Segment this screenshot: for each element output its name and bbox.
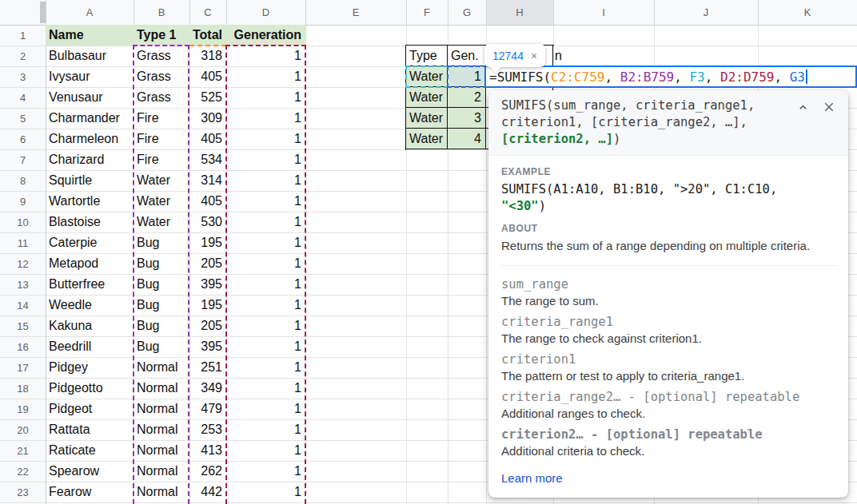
cell-A17[interactable]: Pidgey xyxy=(46,357,134,378)
cell-A5[interactable]: Charmander xyxy=(46,108,134,129)
cell-B4[interactable]: Grass xyxy=(134,87,189,108)
cell-D22[interactable]: 1 xyxy=(226,461,305,482)
cell-G3[interactable]: 1 xyxy=(448,66,486,87)
column-header-C[interactable]: C xyxy=(189,0,226,25)
cell-C4[interactable]: 525 xyxy=(189,87,226,108)
cell-D1[interactable]: Generation xyxy=(226,25,305,46)
row-header-22[interactable]: 22 xyxy=(0,461,46,482)
cell-D9[interactable]: 1 xyxy=(226,191,305,212)
select-all-corner[interactable] xyxy=(0,0,46,25)
cell-A10[interactable]: Blastoise xyxy=(46,212,134,232)
row-header-15[interactable]: 15 xyxy=(0,315,46,336)
cell-G6[interactable]: 4 xyxy=(448,129,486,149)
cell-D10[interactable]: 1 xyxy=(226,212,305,232)
cell-F4[interactable]: Water xyxy=(406,87,448,108)
cell-D4[interactable]: 1 xyxy=(226,87,305,108)
cell-B19[interactable]: Normal xyxy=(134,399,189,419)
cell-B18[interactable]: Normal xyxy=(134,378,189,399)
learn-more-link[interactable]: Learn more xyxy=(501,471,563,485)
cell-A9[interactable]: Wartortle xyxy=(46,191,134,212)
column-header-J[interactable]: J xyxy=(654,0,758,25)
cell-B3[interactable]: Grass xyxy=(134,66,189,87)
cell-D15[interactable]: 1 xyxy=(226,315,305,336)
column-header-I[interactable]: I xyxy=(553,0,654,25)
cell-C16[interactable]: 395 xyxy=(189,336,226,357)
cell-A4[interactable]: Venusaur xyxy=(46,87,134,108)
tooltip-close-icon[interactable]: × xyxy=(531,50,537,62)
row-header-14[interactable]: 14 xyxy=(0,295,46,315)
cell-C22[interactable]: 262 xyxy=(189,461,226,482)
column-header-H[interactable]: H xyxy=(486,0,553,25)
cell-C14[interactable]: 195 xyxy=(189,295,226,315)
column-header-K[interactable]: K xyxy=(758,0,857,25)
row-header-10[interactable]: 10 xyxy=(0,212,46,232)
row-header-23[interactable]: 23 xyxy=(0,482,46,502)
cell-D20[interactable]: 1 xyxy=(226,419,305,440)
cell-C9[interactable]: 405 xyxy=(189,191,226,212)
cell-A20[interactable]: Rattata xyxy=(46,419,134,440)
cell-A18[interactable]: Pidgeotto xyxy=(46,378,134,399)
formula-editor-cell-H3[interactable]: =SUMIFS(C2:C759, B2:B759, F3, D2:D759, G… xyxy=(484,65,857,88)
cell-A21[interactable]: Raticate xyxy=(46,440,134,461)
cell-C1[interactable]: Total xyxy=(189,25,226,46)
row-header-13[interactable]: 13 xyxy=(0,274,46,295)
cell-D3[interactable]: 1 xyxy=(226,66,305,87)
cell-D8[interactable]: 1 xyxy=(226,170,305,191)
row-header-6[interactable]: 6 xyxy=(0,129,46,149)
cell-F3[interactable]: Water xyxy=(406,66,448,87)
cell-C21[interactable]: 413 xyxy=(189,440,226,461)
cell-C18[interactable]: 349 xyxy=(189,378,226,399)
cell-B10[interactable]: Water xyxy=(134,212,189,232)
row-header-11[interactable]: 11 xyxy=(0,232,46,253)
row-header-21[interactable]: 21 xyxy=(0,440,46,461)
cell-C11[interactable]: 195 xyxy=(189,232,226,253)
cell-D5[interactable]: 1 xyxy=(226,108,305,129)
row-header-9[interactable]: 9 xyxy=(0,191,46,212)
row-header-16[interactable]: 16 xyxy=(0,336,46,357)
cell-D12[interactable]: 1 xyxy=(226,253,305,274)
cell-C7[interactable]: 534 xyxy=(189,149,226,170)
cell-C19[interactable]: 479 xyxy=(189,399,226,419)
cell-A7[interactable]: Charizard xyxy=(46,149,134,170)
cell-A22[interactable]: Spearow xyxy=(46,461,134,482)
cell-C12[interactable]: 205 xyxy=(189,253,226,274)
cell-G5[interactable]: 3 xyxy=(448,108,486,129)
cell-A3[interactable]: Ivysaur xyxy=(46,66,134,87)
cell-D17[interactable]: 1 xyxy=(226,357,305,378)
cell-B2[interactable]: Grass xyxy=(134,46,189,66)
column-header-G[interactable]: G xyxy=(448,0,486,25)
cell-A14[interactable]: Weedle xyxy=(46,295,134,315)
row-header-4[interactable]: 4 xyxy=(0,87,46,108)
cell-B15[interactable]: Bug xyxy=(134,315,189,336)
cell-G4[interactable]: 2 xyxy=(448,87,486,108)
cell-B14[interactable]: Bug xyxy=(134,295,189,315)
column-header-F[interactable]: F xyxy=(406,0,448,25)
cell-A19[interactable]: Pidgeot xyxy=(46,399,134,419)
cell-A6[interactable]: Charmeleon xyxy=(46,129,134,149)
cell-A1[interactable]: Name xyxy=(46,25,134,46)
cell-F6[interactable]: Water xyxy=(406,129,448,149)
cell-C6[interactable]: 405 xyxy=(189,129,226,149)
cell-A2[interactable]: Bulbasaur xyxy=(46,46,134,66)
row-header-7[interactable]: 7 xyxy=(0,149,46,170)
row-header-1[interactable]: 1 xyxy=(0,25,46,46)
cell-D2[interactable]: 1 xyxy=(226,46,305,66)
cell-A11[interactable]: Caterpie xyxy=(46,232,134,253)
cell-B1[interactable]: Type 1 xyxy=(134,25,189,46)
cell-D19[interactable]: 1 xyxy=(226,399,305,419)
cell-C13[interactable]: 395 xyxy=(189,274,226,295)
cell-D13[interactable]: 1 xyxy=(226,274,305,295)
collapse-icon[interactable] xyxy=(797,101,809,113)
cell-B17[interactable]: Normal xyxy=(134,357,189,378)
cell-B6[interactable]: Fire xyxy=(134,129,189,149)
close-icon[interactable] xyxy=(823,101,835,113)
column-header-D[interactable]: D xyxy=(226,0,305,25)
cell-D18[interactable]: 1 xyxy=(226,378,305,399)
cell-B12[interactable]: Bug xyxy=(134,253,189,274)
cell-A23[interactable]: Fearow xyxy=(46,482,134,502)
cell-B20[interactable]: Normal xyxy=(134,419,189,440)
cell-B22[interactable]: Normal xyxy=(134,461,189,482)
cell-B16[interactable]: Bug xyxy=(134,336,189,357)
cell-C3[interactable]: 405 xyxy=(189,66,226,87)
row-header-5[interactable]: 5 xyxy=(0,108,46,129)
